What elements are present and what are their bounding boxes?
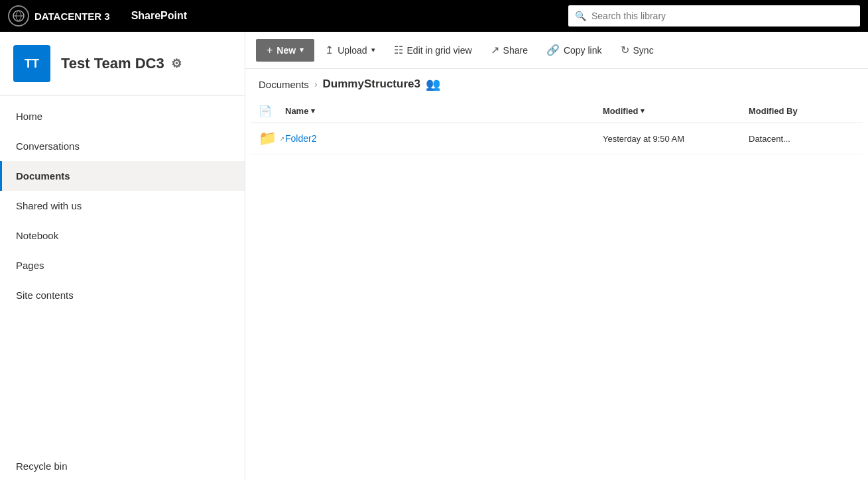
upload-button-label: Upload [338,45,367,56]
upload-icon: ↥ [325,44,334,56]
sidebar-item-documents[interactable]: Documents [0,161,245,191]
sync-button[interactable]: ↻ Sync [613,38,662,62]
file-modified-by: Datacent... [749,134,855,144]
breadcrumb: Documents › DummyStructure3 👥 [245,69,868,99]
upload-chevron-icon: ▾ [371,46,375,54]
file-modified: Yesterday at 9:50 AM [603,134,749,144]
sidebar-item-home[interactable]: Home [0,101,245,131]
search-input[interactable] [591,11,853,21]
content-area: + New ▾ ↥ Upload ▾ ☷ Edit in grid view ↗… [245,32,868,481]
file-icon-cell: 📁 ↗ [259,130,285,147]
team-header: TT Test Team DC3 ⚙ [0,32,245,96]
file-list-header: 📄 Name ▾ Modified ▾ Modified By [251,99,863,123]
sidebar-item-shared-with-us[interactable]: Shared with us [0,191,245,221]
new-button[interactable]: + New ▾ [256,39,314,62]
folder-icon: 📁 [259,130,277,147]
team-name-text: Test Team DC3 [61,55,164,72]
sidebar-item-pages-label: Pages [16,260,44,271]
sidebar-item-notebook[interactable]: Notebook [0,221,245,250]
sidebar-item-site-contents[interactable]: Site contents [0,280,245,310]
name-sort-icon: ▾ [311,107,315,115]
team-avatar: TT [13,45,50,82]
app-name: SharePoint [131,10,187,22]
logo-icon [8,5,29,27]
share-icon: ↗ [491,44,499,56]
expand-icon: ↗ [279,135,284,142]
search-box[interactable]: 🔍 [568,5,860,27]
file-type-icon: 📄 [259,105,272,117]
search-icon: 🔍 [575,11,586,21]
breadcrumb-parent[interactable]: Documents [259,79,309,90]
breadcrumb-separator: › [314,79,318,89]
col-modified-by-label: Modified By [749,106,798,116]
sidebar-item-shared-with-us-label: Shared with us [16,200,82,211]
app-logo: DATACENTER 3 [8,5,110,27]
edit-grid-label: Edit in grid view [407,45,472,56]
copy-link-button[interactable]: 🔗 Copy link [538,38,610,62]
col-modified-label: Modified [603,106,638,116]
sidebar: TT Test Team DC3 ⚙ Home Conversations Do… [0,32,245,481]
sidebar-item-recycle-bin-label: Recycle bin [16,460,68,472]
sync-button-label: Sync [633,45,654,56]
upload-button[interactable]: ↥ Upload ▾ [317,38,383,62]
grid-icon: ☷ [394,44,403,56]
sidebar-item-conversations-label: Conversations [16,140,80,152]
new-button-chevron-icon: ▾ [300,46,304,54]
file-name[interactable]: Folder2 [285,133,603,144]
sidebar-item-pages[interactable]: Pages [0,250,245,280]
sidebar-item-recycle-bin[interactable]: Recycle bin [0,451,245,481]
table-row[interactable]: 📁 ↗ Folder2 Yesterday at 9:50 AM Datacen… [251,123,863,154]
topbar: DATACENTER 3 SharePoint 🔍 [0,0,868,32]
sidebar-item-notebook-label: Notebook [16,230,58,241]
new-button-label: New [277,45,296,56]
col-icon-header: 📄 [259,105,285,117]
team-settings-icon[interactable]: ⚙ [171,56,182,71]
col-modified-by-header: Modified By [749,106,855,116]
sidebar-item-site-contents-label: Site contents [16,290,74,301]
copy-link-label: Copy link [564,45,602,56]
col-name-label: Name [285,106,308,116]
breadcrumb-current: DummyStructure3 [323,78,420,91]
share-button-label: Share [503,45,528,56]
main-layout: TT Test Team DC3 ⚙ Home Conversations Do… [0,32,868,481]
sync-icon: ↻ [621,44,629,56]
sidebar-item-conversations[interactable]: Conversations [0,131,245,161]
sidebar-item-home-label: Home [16,111,42,122]
file-area: 📄 Name ▾ Modified ▾ Modified By 📁 [245,99,868,481]
toolbar: + New ▾ ↥ Upload ▾ ☷ Edit in grid view ↗… [245,32,868,69]
col-modified-header[interactable]: Modified ▾ [603,106,749,116]
share-button[interactable]: ↗ Share [483,38,536,62]
edit-grid-button[interactable]: ☷ Edit in grid view [386,38,480,62]
link-icon: 🔗 [546,44,560,56]
plus-icon: + [267,44,273,56]
logo-text: DATACENTER 3 [34,11,110,22]
modified-sort-icon: ▾ [641,107,645,115]
sidebar-item-documents-label: Documents [16,170,70,182]
team-name: Test Team DC3 ⚙ [61,55,182,72]
nav-list: Home Conversations Documents Shared with… [0,96,245,481]
col-name-header[interactable]: Name ▾ [285,106,603,116]
breadcrumb-user-icon: 👥 [426,77,440,91]
